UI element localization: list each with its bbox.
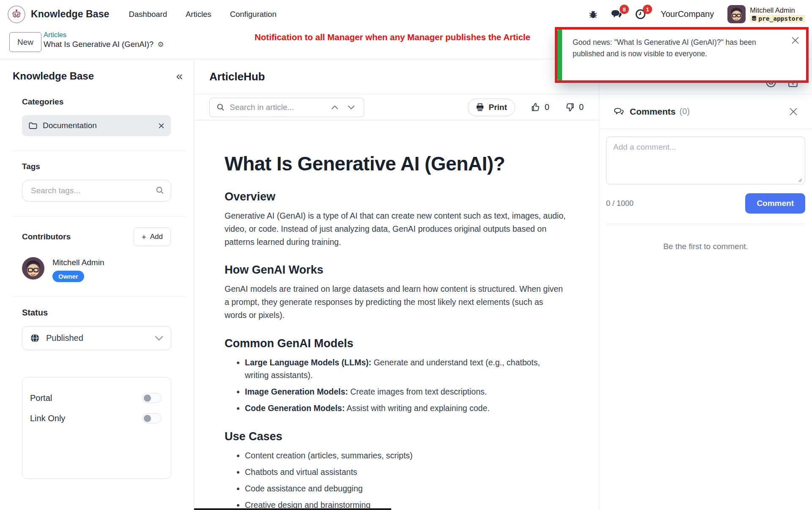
database-chip: pre_appstore bbox=[750, 15, 805, 22]
list-item: Chatbots and virtual assistants bbox=[245, 466, 563, 478]
messages-icon[interactable]: 8 bbox=[610, 8, 623, 20]
knowledge-sidebar: Knowledge Base « Categories Documentatio… bbox=[0, 59, 194, 510]
link-only-label: Link Only bbox=[30, 414, 65, 423]
content-end-divider bbox=[194, 508, 391, 510]
article-column: ArticleHub Print bbox=[194, 59, 599, 510]
section-paragraph: Generative AI (GenAI) is a type of AI th… bbox=[225, 209, 567, 248]
tags-heading: Tags bbox=[22, 162, 171, 171]
remove-category-icon[interactable] bbox=[159, 123, 164, 129]
find-previous-icon[interactable] bbox=[329, 105, 340, 110]
comment-textarea[interactable] bbox=[606, 137, 805, 184]
folder-icon bbox=[29, 122, 37, 129]
article-body[interactable]: What Is Generative AI (GenAI)? Overview … bbox=[194, 121, 599, 510]
list-item: Image Generation Models: Create images f… bbox=[245, 385, 563, 398]
nav-links: Dashboard Articles Configuration bbox=[129, 10, 276, 19]
comments-header: Comments (0) bbox=[599, 94, 812, 129]
globe-icon bbox=[30, 333, 40, 343]
nav-link-dashboard[interactable]: Dashboard bbox=[129, 10, 167, 19]
comments-count: (0) bbox=[680, 107, 690, 116]
category-chip-label: Documentation bbox=[43, 121, 97, 130]
comments-icon bbox=[614, 107, 624, 116]
close-comments-icon[interactable] bbox=[789, 107, 798, 116]
section-heading-overview: Overview bbox=[225, 190, 569, 203]
search-icon bbox=[217, 103, 225, 111]
comments-panel: Comments (0) 0 / 1000 Comment Be the fir… bbox=[599, 59, 812, 510]
user-menu[interactable]: Mitchell Admin pre_appstore bbox=[727, 5, 805, 23]
section-heading-use-cases: Use Cases bbox=[225, 430, 569, 443]
sidebar-title: Knowledge Base bbox=[13, 70, 94, 82]
comment-compose: 0 / 1000 Comment Be the first to comment… bbox=[599, 129, 812, 251]
list-item: Large Language Models (LLMs): Generate a… bbox=[245, 356, 563, 381]
toast-close-icon[interactable] bbox=[791, 36, 799, 44]
add-contributor-button[interactable]: + Add bbox=[134, 228, 171, 246]
bug-icon[interactable] bbox=[588, 9, 598, 19]
contributors-heading: Contributors bbox=[22, 232, 71, 241]
dislike-button[interactable]: 0 bbox=[565, 102, 584, 112]
thumbs-down-icon bbox=[565, 102, 575, 112]
contributor-name: Mitchell Admin bbox=[52, 257, 104, 267]
annotation-highlight-box: Good news: "What Is Generative AI (GenAI… bbox=[555, 27, 809, 83]
categories-section: Categories Documentation bbox=[13, 86, 186, 151]
categories-heading: Categories bbox=[22, 97, 171, 107]
messages-badge: 8 bbox=[620, 5, 629, 14]
category-chip-documentation[interactable]: Documentation bbox=[22, 115, 171, 136]
find-in-article-box bbox=[209, 98, 364, 117]
use-cases-list: Content creation (articles, summaries, s… bbox=[225, 449, 563, 510]
app-logo-icon[interactable] bbox=[8, 5, 25, 23]
breadcrumb-articles-link[interactable]: Articles bbox=[44, 31, 164, 39]
comment-submit-button[interactable]: Comment bbox=[745, 193, 805, 214]
gear-icon[interactable]: ⚙ bbox=[157, 40, 164, 49]
print-button[interactable]: Print bbox=[468, 99, 515, 116]
like-button[interactable]: 0 bbox=[530, 102, 549, 112]
collapse-sidebar-icon[interactable]: « bbox=[176, 70, 183, 82]
models-list: Large Language Models (LLMs): Generate a… bbox=[225, 356, 563, 415]
comments-title: Comments bbox=[630, 107, 676, 117]
list-item: Code assistance and debugging bbox=[245, 482, 563, 495]
status-dropdown[interactable]: Published bbox=[22, 326, 171, 350]
toast-success-accent bbox=[557, 30, 562, 80]
like-count: 0 bbox=[545, 102, 549, 112]
link-only-row: Link Only bbox=[30, 408, 162, 428]
portal-row: Portal bbox=[30, 388, 162, 408]
article-toolbar: Print 0 0 bbox=[194, 94, 599, 121]
nav-link-configuration[interactable]: Configuration bbox=[230, 10, 277, 19]
find-next-icon[interactable] bbox=[346, 105, 357, 110]
comments-empty-state: Be the first to comment. bbox=[606, 242, 805, 251]
nav-link-articles[interactable]: Articles bbox=[186, 10, 211, 19]
list-item: Content creation (articles, summaries, s… bbox=[245, 449, 563, 462]
database-icon bbox=[752, 16, 757, 22]
activities-clock-icon[interactable]: 1 bbox=[635, 8, 646, 20]
publish-toast: Good news: "What Is Generative AI (GenAI… bbox=[557, 30, 806, 80]
section-heading-how-it-works: How GenAI Works bbox=[225, 263, 569, 277]
app-title: Knowledge Base bbox=[31, 8, 109, 20]
company-name[interactable]: YourCompany bbox=[661, 9, 714, 19]
dislike-count: 0 bbox=[579, 102, 584, 112]
divider bbox=[606, 224, 805, 224]
contributors-section: Contributors + Add Mitchell Admin bbox=[13, 217, 186, 297]
toast-message: Good news: "What Is Generative AI (GenAI… bbox=[562, 30, 806, 80]
char-counter: 0 / 1000 bbox=[606, 199, 634, 208]
breadcrumb: Articles What Is Generative AI (GenAI)? … bbox=[44, 31, 164, 49]
plus-icon: + bbox=[142, 233, 146, 241]
list-item: Code Generation Models: Assist with writ… bbox=[245, 402, 563, 414]
status-value: Published bbox=[46, 333, 83, 343]
article-hub-title: ArticleHub bbox=[209, 70, 265, 83]
breadcrumb-title: What Is Generative AI (GenAI)? bbox=[44, 40, 154, 49]
top-navbar: Knowledge Base Dashboard Articles Config… bbox=[0, 0, 812, 28]
new-button[interactable]: New bbox=[9, 32, 41, 52]
section-paragraph: GenAI models are trained on large datase… bbox=[225, 282, 567, 321]
portal-toggle[interactable] bbox=[142, 393, 162, 403]
find-in-article-input[interactable] bbox=[230, 103, 324, 112]
chevron-down-icon bbox=[155, 336, 163, 341]
annotation-text: Notification to all Manager when any Man… bbox=[223, 32, 562, 42]
activities-badge: 1 bbox=[643, 5, 652, 14]
section-heading-models: Common GenAI Models bbox=[225, 337, 569, 350]
portal-label: Portal bbox=[30, 393, 52, 403]
user-name: Mitchell Admin bbox=[750, 6, 795, 14]
printer-icon bbox=[476, 103, 484, 111]
thumbs-up-icon bbox=[530, 102, 541, 112]
resize-handle-icon[interactable] bbox=[797, 177, 802, 182]
link-only-toggle[interactable] bbox=[142, 413, 162, 423]
tags-search-input[interactable] bbox=[22, 180, 171, 202]
article-title: What Is Generative AI (GenAI)? bbox=[225, 152, 569, 175]
